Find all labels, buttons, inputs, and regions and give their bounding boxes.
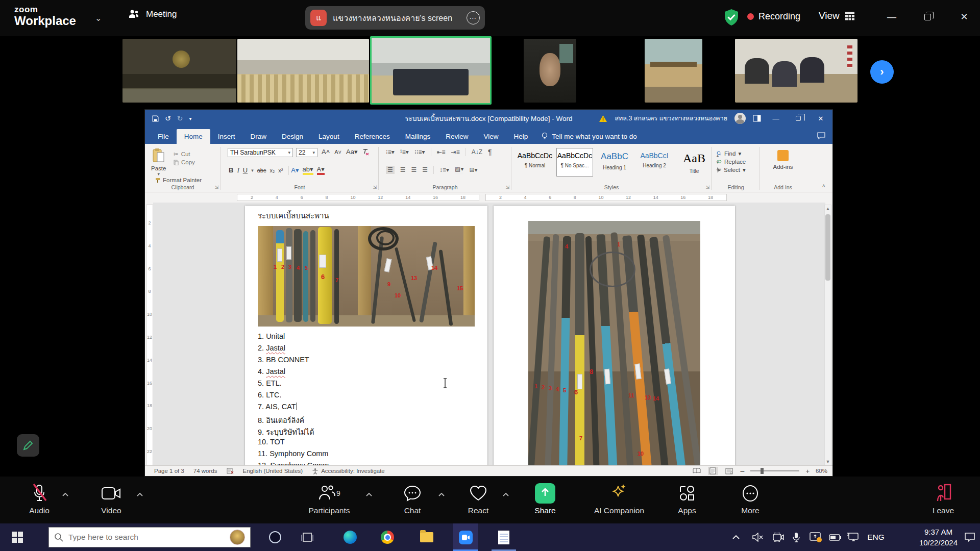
zoom-percentage[interactable]: 60% <box>816 468 827 474</box>
numbering-button[interactable]: ¹≡▾ <box>400 148 409 156</box>
paragraph-dialog-launcher[interactable]: ⇲ <box>505 185 509 190</box>
increase-indent-button[interactable]: ⇥≡ <box>451 148 460 156</box>
style-title[interactable]: AaB Title <box>676 148 713 177</box>
underline-button[interactable]: U <box>243 166 248 174</box>
word-app-button[interactable] <box>492 523 516 551</box>
video-thumbnail-5[interactable] <box>645 39 702 103</box>
tab-layout[interactable]: Layout <box>311 129 347 144</box>
sort-button[interactable]: A↓Z <box>472 148 482 156</box>
action-center-button[interactable] <box>960 523 980 551</box>
word-count[interactable]: 74 words <box>193 468 217 474</box>
next-videos-button[interactable]: › <box>870 60 894 84</box>
shrink-font-button[interactable]: A˅ <box>334 149 341 155</box>
web-layout-button[interactable] <box>724 467 734 475</box>
style-heading2[interactable]: AaBbCcI Heading 2 <box>636 148 673 177</box>
tray-volume-button[interactable] <box>748 523 768 551</box>
decrease-indent-button[interactable]: ⇤≡ <box>437 148 446 156</box>
tray-mic-button[interactable] <box>788 523 805 551</box>
tell-me-box[interactable]: Tell me what you want to do <box>535 129 643 144</box>
tray-show-hidden-button[interactable] <box>725 523 747 551</box>
word-title-bar[interactable]: ↺ ↻ ▾ ระบบเคเบิ้ลบนสะพาน.docx [Compatibi… <box>145 110 832 127</box>
tab-draw[interactable]: Draw <box>243 129 275 144</box>
replace-button[interactable]: Replace <box>717 159 746 165</box>
cut-button[interactable]: ✂Cut <box>174 151 195 158</box>
cortana-button[interactable] <box>263 523 287 551</box>
share-button[interactable]: Share <box>512 482 578 515</box>
search-input[interactable] <box>68 533 225 542</box>
tab-view[interactable]: View <box>476 129 506 144</box>
scroll-down-arrow[interactable]: ▼ <box>825 458 831 465</box>
more-button[interactable]: More <box>717 482 783 515</box>
tray-network-button[interactable] <box>843 523 864 551</box>
tab-insert[interactable]: Insert <box>210 129 243 144</box>
zoom-out-button[interactable]: – <box>741 467 745 475</box>
tab-file[interactable]: File <box>150 129 177 144</box>
language-indicator[interactable]: English (United States) <box>243 468 303 474</box>
language-indicator[interactable]: ENG <box>865 523 887 551</box>
borders-button[interactable]: ⊞▾ <box>469 166 477 173</box>
restore-button[interactable] <box>919 9 936 24</box>
subscript-button[interactable]: x₂ <box>270 167 275 173</box>
collapse-ribbon-button[interactable]: ˄ <box>822 183 825 189</box>
task-view-button[interactable] <box>295 523 320 551</box>
file-explorer-button[interactable] <box>414 523 439 551</box>
search-highlight-badge[interactable] <box>230 530 245 545</box>
tab-design[interactable]: Design <box>274 129 311 144</box>
document-area[interactable]: ระบบเคเบิ้ลบนสะพาน <box>153 203 825 466</box>
zoom-slider[interactable] <box>750 470 799 471</box>
meeting-tab[interactable]: Meeting <box>128 9 177 19</box>
view-button[interactable]: View <box>819 10 855 21</box>
tab-review[interactable]: Review <box>438 129 476 144</box>
superscript-button[interactable]: x² <box>278 167 283 173</box>
select-button[interactable]: Select ▾ <box>717 166 746 173</box>
justify-button[interactable]: ☰ <box>422 166 428 173</box>
highlight-button[interactable]: ab▾ <box>303 165 313 175</box>
find-button[interactable]: Find ▾ <box>717 150 746 157</box>
addins-button[interactable]: Add-ins <box>760 150 806 170</box>
video-thumbnail-3-active-speaker[interactable] <box>370 36 492 105</box>
document-scrollbar[interactable]: ▲ ▼ <box>824 205 831 466</box>
chat-options-caret[interactable] <box>437 491 446 499</box>
ribbon-display-icon[interactable] <box>753 115 761 122</box>
horizontal-ruler[interactable]: 24681012141618 24681012141618 <box>153 192 825 203</box>
proofing-icon[interactable] <box>227 468 234 474</box>
chevron-down-icon[interactable]: ⌄ <box>95 13 102 23</box>
start-button[interactable] <box>5 523 30 551</box>
style-normal[interactable]: AaBbCcDc ¶ Normal <box>517 148 553 177</box>
participants-options-caret[interactable] <box>365 491 373 499</box>
tab-mailings[interactable]: Mailings <box>398 129 438 144</box>
format-painter-button[interactable]: Format Painter <box>155 177 202 183</box>
chat-button[interactable]: Chat <box>379 482 446 515</box>
embedded-photo-cable-trench-1[interactable]: 1 2 3 4 5 6 7 9 10 13 14 15 <box>258 226 475 327</box>
edge-button[interactable] <box>338 523 362 551</box>
apps-button[interactable]: Apps <box>654 482 720 515</box>
account-name[interactable]: สทล.3 สกลนคร แขวงทางหลวงหนองคาย <box>615 113 727 123</box>
zoom-in-button[interactable]: + <box>805 467 810 475</box>
tab-references[interactable]: References <box>347 129 398 144</box>
accessibility-button[interactable]: Accessibility: Investigate <box>312 468 385 474</box>
paste-button[interactable]: Paste ▾ <box>151 148 166 177</box>
undo-icon[interactable]: ↺ <box>165 114 171 122</box>
strikethrough-button[interactable]: abc <box>257 167 266 173</box>
italic-button[interactable]: I <box>237 166 239 174</box>
underline-caret[interactable]: ▾ <box>251 168 254 173</box>
clipboard-dialog-launcher[interactable]: ⇲ <box>214 185 218 190</box>
account-avatar[interactable] <box>734 113 746 124</box>
video-button[interactable]: Video <box>78 482 144 515</box>
save-icon[interactable] <box>152 115 159 122</box>
copy-button[interactable]: Copy <box>174 159 195 165</box>
tray-battery-button[interactable] <box>826 523 844 551</box>
font-name-select[interactable]: TH SarabunPSK ▾ <box>228 148 293 157</box>
tab-help[interactable]: Help <box>506 129 536 144</box>
clear-formatting-icon[interactable] <box>362 148 369 156</box>
audio-options-caret[interactable] <box>61 491 69 499</box>
text-effects-button[interactable]: A▾ <box>291 166 299 174</box>
taskbar-search-box[interactable] <box>48 527 251 547</box>
bullets-button[interactable]: ⁝≡▾ <box>386 148 395 156</box>
multilevel-list-button[interactable]: ⁝⁝≡▾ <box>414 148 425 156</box>
line-spacing-button[interactable]: ↕≡▾ <box>439 166 449 173</box>
bold-button[interactable]: B <box>229 166 233 174</box>
word-close-button[interactable]: ✕ <box>813 111 828 126</box>
tab-home[interactable]: Home <box>177 129 210 144</box>
chrome-button[interactable] <box>375 523 400 551</box>
